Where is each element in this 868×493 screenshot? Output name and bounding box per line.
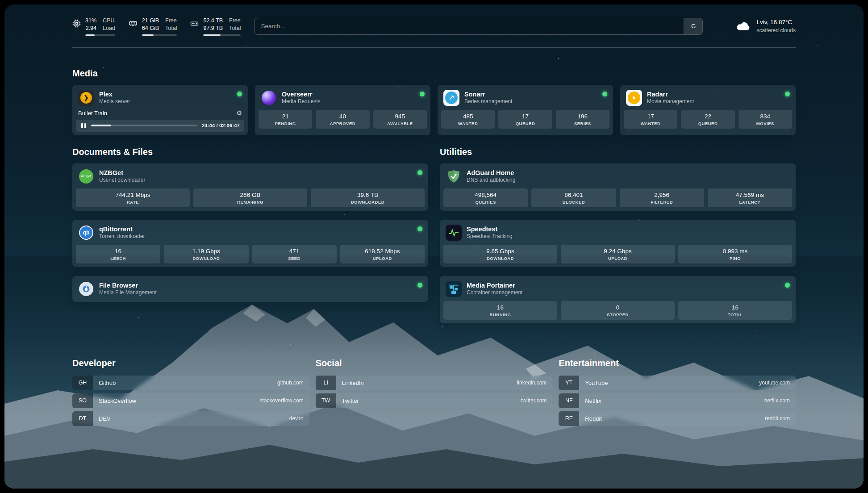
- cloud-icon: [735, 21, 751, 32]
- stat-label: PING: [680, 256, 790, 261]
- service-subtitle: DNS and adblocking: [467, 177, 515, 184]
- cpu-widget: 31% 2.94 CPU Load: [72, 17, 115, 36]
- bookmark-name: Github: [93, 380, 121, 386]
- status-dot: [237, 92, 242, 96]
- stat-label: QUEUED: [500, 121, 550, 126]
- sonarr-card[interactable]: Sonarr Series management 485 WANTED 17 Q…: [438, 85, 613, 135]
- memory-total-label: Total: [165, 25, 177, 32]
- bookmark-name: LinkedIn: [336, 380, 370, 386]
- bookmark-abbr: NF: [559, 393, 579, 408]
- status-dot: [785, 283, 790, 288]
- stat-value: 9.24 Gbps: [563, 248, 673, 255]
- service-name: File Browser: [99, 281, 157, 289]
- stat-value: 2,956: [622, 192, 702, 198]
- qbittorrent-card[interactable]: qb qBittorrent Torrent downloader 16 LEE…: [72, 220, 428, 267]
- bookmark-name: YouTube: [579, 380, 613, 386]
- bookmark-name: Twitter: [336, 397, 365, 404]
- service-name: Radarr: [647, 90, 694, 98]
- memory-free-value: 21 GiB: [142, 17, 159, 25]
- stat-value: 17: [500, 113, 550, 120]
- page-content: 31% 2.94 CPU Load: [72, 4, 796, 429]
- bookmark-name: StackOverflow: [93, 397, 142, 404]
- bookmark-youtube[interactable]: YT YouTube youtube.com: [559, 376, 796, 390]
- stat-label: QUEUED: [683, 121, 733, 126]
- bookmark-abbr: GH: [72, 376, 93, 390]
- stat-label: DOWNLOAD: [166, 256, 246, 261]
- stat-value: 39.6 TB: [313, 192, 423, 198]
- bookmark-url: youtube.com: [759, 380, 796, 386]
- plex-card[interactable]: ❯ Plex Media server Bullet Train ⚙: [72, 85, 248, 135]
- stat-running: 16 RUNNING: [443, 301, 557, 320]
- stat-value: 86,401: [533, 192, 614, 198]
- cpu-load-value: 2.94: [86, 25, 96, 32]
- stat-pending: 21 PENDING: [259, 110, 312, 129]
- stat-value: 0.993 ms: [680, 248, 790, 255]
- bookmark-reddit[interactable]: RE Reddit reddit.com: [559, 411, 796, 426]
- stat-label: DOWNLOAD: [445, 256, 555, 261]
- bookmark-linkedin[interactable]: LI LinkedIn linkedin.com: [316, 376, 553, 390]
- gear-icon[interactable]: ⚙: [236, 110, 242, 116]
- stat-ping: 0.993 ms PING: [678, 245, 792, 263]
- adguard-card[interactable]: AdGuard Home DNS and adblocking 498,564 …: [440, 163, 796, 211]
- stat-label: SERIES: [558, 121, 608, 126]
- overseerr-card[interactable]: Overseerr Media Requests 21 PENDING 40 A…: [255, 85, 430, 135]
- search-input[interactable]: [255, 18, 684, 34]
- bookmark-abbr: YT: [559, 376, 579, 390]
- playback-time: 24:44 / 02:06:47: [202, 123, 240, 128]
- bookmark-abbr: TW: [316, 393, 336, 408]
- bookmark-twitter[interactable]: TW Twitter twitter.com: [316, 393, 553, 408]
- memory-total-value: 64 GiB: [142, 25, 159, 32]
- cpu-body: 31% 2.94 CPU Load: [85, 17, 115, 36]
- stat-download: 1.19 Gbps DOWNLOAD: [164, 245, 248, 263]
- bookmark-netflix[interactable]: NF Netflix netflix.com: [559, 393, 796, 408]
- utilities-column: Utilities AdGuard Home: [440, 147, 796, 332]
- portainer-icon: [446, 281, 462, 297]
- stat-download: 9.65 Gbps DOWNLOAD: [443, 245, 557, 263]
- pause-button[interactable]: [80, 123, 87, 129]
- bookmark-url: github.com: [277, 380, 309, 386]
- radarr-card[interactable]: Radarr Movie management 17 WANTED 22 QUE…: [620, 85, 796, 135]
- stat-label: UPLOAD: [563, 256, 673, 261]
- status-dot: [420, 92, 425, 96]
- portainer-card[interactable]: Media Portainer Container management 16 …: [440, 276, 796, 323]
- service-subtitle: Speedtest Tracking: [467, 233, 513, 240]
- stat-approved: 40 APPROVED: [316, 110, 369, 129]
- playback-progress[interactable]: [91, 125, 197, 126]
- bookmark-name: Reddit: [579, 415, 608, 422]
- stat-label: REMAINING: [195, 200, 305, 205]
- weather-location: Lviv, 16.87°C: [757, 18, 796, 27]
- sonarr-icon: [443, 90, 459, 106]
- service-name: NZBGet: [99, 169, 145, 177]
- filebrowser-card[interactable]: File Browser Media File Management: [72, 276, 428, 302]
- stat-rate: 744.21 Mbps RATE: [76, 188, 190, 207]
- screen: 31% 2.94 CPU Load: [0, 0, 868, 493]
- status-dot: [417, 283, 422, 288]
- service-subtitle: Media File Management: [99, 289, 157, 296]
- search-provider-button[interactable]: G: [684, 18, 702, 34]
- bookmark-dev[interactable]: DT DEV dev.to: [72, 411, 309, 426]
- stat-value: 22: [683, 113, 733, 120]
- service-subtitle: Series management: [464, 98, 512, 105]
- stat-label: LATENCY: [709, 200, 790, 205]
- cpu-percent: 31%: [85, 17, 96, 25]
- cpu-progress-bar: [85, 34, 115, 36]
- stat-label: AVAILABLE: [375, 121, 425, 126]
- weather-widget: Lviv, 16.87°C scattered clouds: [735, 18, 796, 34]
- cpu-load-label: Load: [103, 25, 115, 32]
- bookmark-stackoverflow[interactable]: SO StackOverflow stackoverflow.com: [72, 393, 309, 408]
- stat-value: 47.569 ms: [709, 192, 790, 198]
- search-bar: G: [254, 18, 703, 35]
- bookmark-github[interactable]: GH Github github.com: [72, 376, 309, 390]
- speedtest-card[interactable]: Speedtest Speedtest Tracking 9.65 Gbps D…: [440, 220, 796, 267]
- stat-upload: 9.24 Gbps UPLOAD: [561, 245, 675, 263]
- bookmark-url: twitter.com: [521, 397, 552, 404]
- plex-icon: ❯: [78, 90, 94, 106]
- stat-stopped: 0 STOPPED: [561, 301, 675, 320]
- stat-value: 16: [78, 248, 159, 255]
- bookmark-url: reddit.com: [765, 415, 796, 422]
- memory-free-label: Free: [165, 17, 177, 25]
- stat-label: TOTAL: [680, 312, 790, 317]
- bookmark-name: Netflix: [579, 397, 607, 404]
- now-playing-title: Bullet Train: [78, 110, 107, 117]
- nzbget-card[interactable]: nzbget NZBGet Usenet downloader 744.21 M…: [72, 163, 428, 211]
